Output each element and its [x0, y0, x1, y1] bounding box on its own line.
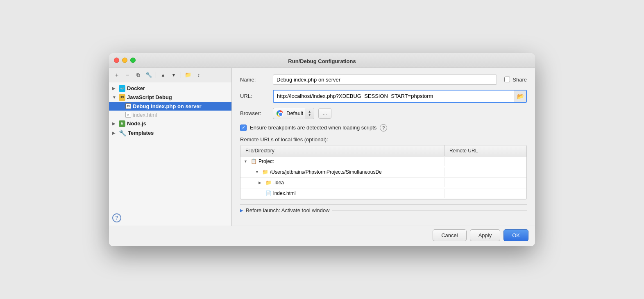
- url-label: URL:: [240, 93, 269, 99]
- name-input[interactable]: [273, 75, 497, 85]
- url-row: URL: 📂: [240, 90, 527, 103]
- users-folder-icon: 📁: [262, 169, 268, 175]
- dialog-title: Run/Debug Configurations: [288, 58, 356, 64]
- add-config-button[interactable]: +: [112, 70, 121, 79]
- before-launch-toggle[interactable]: ▶: [240, 208, 243, 213]
- traffic-lights: [114, 58, 136, 63]
- sort-button[interactable]: ↕: [194, 70, 203, 79]
- remote-urls-title: Remote URLs of local files (optional):: [240, 136, 527, 143]
- debug-config-icon: JS: [125, 103, 131, 109]
- ok-button[interactable]: OK: [503, 229, 528, 241]
- templates-label: Templates: [128, 130, 154, 136]
- url-browse-button[interactable]: 📂: [515, 91, 526, 102]
- before-launch-text: Before launch: Activate tool window: [246, 207, 330, 213]
- title-bar: Run/Debug Configurations: [109, 53, 535, 68]
- browser-spinner[interactable]: ▲ ▼: [305, 108, 314, 119]
- table-cell-index-dir: 📄 index.html: [240, 189, 444, 198]
- table-cell-users-url[interactable]: [444, 170, 526, 174]
- breakpoints-label: Ensure breakpoints are detected when loa…: [250, 125, 376, 131]
- jsdebug-label: JavaScript Debug: [127, 94, 172, 100]
- left-toolbar: + − ⧉ 🔧 ▲ ▼ �: [109, 68, 231, 82]
- table-cell-project-url[interactable]: [444, 160, 526, 163]
- col-remote-url: Remote URL: [444, 145, 526, 156]
- table-cell-idea-dir: ▶ 📁 .idea: [240, 178, 444, 187]
- breakpoints-row: ✓ Ensure breakpoints are detected when l…: [240, 124, 527, 131]
- toolbar-separator-1: [156, 72, 156, 78]
- table-row-index[interactable]: 📄 index.html: [240, 188, 526, 199]
- move-down-button[interactable]: ▼: [169, 70, 178, 79]
- toolbar-separator-2: [181, 72, 181, 78]
- index-html-icon: h: [125, 112, 131, 118]
- browser-name: Default: [286, 110, 305, 116]
- help-button[interactable]: ?: [112, 213, 121, 222]
- maximize-button[interactable]: [130, 58, 136, 63]
- minus-icon: −: [126, 72, 129, 78]
- table-cell-index-url[interactable]: [444, 192, 526, 195]
- wrench-icon: 🔧: [145, 72, 152, 78]
- browser-select[interactable]: Default ▲ ▼: [273, 108, 314, 119]
- wrench-templates-icon: 🔧: [119, 129, 126, 137]
- left-panel-bottom: ?: [109, 210, 231, 226]
- run-debug-dialog: Run/Debug Configurations + − ⧉ 🔧: [109, 53, 535, 246]
- breakpoints-checkbox[interactable]: ✓: [240, 125, 247, 131]
- right-panel: Name: Share URL: 📂 Browser:: [232, 68, 535, 226]
- name-label: Name:: [240, 77, 269, 83]
- name-row: Name: Share: [240, 75, 527, 85]
- idea-label: .idea: [273, 180, 284, 186]
- jsdebug-toggle[interactable]: ▼: [112, 95, 117, 100]
- minimize-button[interactable]: [122, 58, 127, 63]
- docker-toggle[interactable]: ▶: [112, 86, 117, 91]
- browser-label: Browser:: [240, 110, 269, 116]
- apply-button[interactable]: Apply: [470, 229, 501, 241]
- up-arrow-icon: ▲: [161, 72, 166, 77]
- table-row-idea[interactable]: ▶ 📁 .idea: [240, 178, 526, 188]
- browser-more-button[interactable]: ...: [318, 108, 331, 119]
- copy-config-button[interactable]: ⧉: [134, 70, 143, 79]
- table-cell-idea-url[interactable]: [444, 181, 526, 184]
- nodejs-toggle[interactable]: ▶: [112, 121, 117, 126]
- col-file-dir: File/Directory: [240, 145, 444, 156]
- tree-item-debug-config[interactable]: JS Debug index.php on server: [109, 102, 231, 111]
- users-toggle-icon[interactable]: ▼: [255, 170, 260, 174]
- tree-item-nodejs[interactable]: ▶ N Node.js: [109, 119, 231, 128]
- settings-button[interactable]: 🔧: [144, 70, 153, 79]
- browser-row: Browser: Default ▲ ▼ ...: [240, 108, 527, 119]
- move-up-button[interactable]: ▲: [159, 70, 168, 79]
- project-toggle-icon[interactable]: ▼: [244, 159, 249, 163]
- table-body: ▼ 📋 Project ▼ 📁 /Users/jetbrains/Phpstor…: [240, 156, 526, 199]
- table-row-users[interactable]: ▼ 📁 /Users/jetbrains/PhpstormProjects/Si…: [240, 167, 526, 178]
- index-file-icon: 📄: [265, 190, 272, 196]
- templates-toggle[interactable]: ▶: [112, 131, 117, 135]
- tree-item-jsdebug[interactable]: ▼ JS JavaScript Debug: [109, 93, 231, 102]
- url-input-wrap: 📂: [273, 90, 527, 103]
- dialog-footer: Cancel Apply OK: [109, 226, 535, 246]
- browser-icon-wrap: [273, 109, 286, 118]
- url-input[interactable]: [274, 91, 515, 101]
- users-label: /Users/jetbrains/PhpstormProjects/Simult…: [270, 169, 382, 175]
- tree-item-index-html[interactable]: h index.html: [109, 111, 231, 119]
- share-checkbox[interactable]: [504, 77, 510, 82]
- project-folder-icon: 📋: [250, 159, 257, 164]
- sort-icon: ↕: [197, 72, 200, 78]
- table-row-project[interactable]: ▼ 📋 Project: [240, 156, 526, 167]
- spinner-down-icon: ▼: [308, 113, 311, 117]
- remote-urls-table: File/Directory Remote URL ▼ 📋 Project: [240, 145, 527, 199]
- config-tree[interactable]: ▶ 🐳 Docker ▼ JS JavaScript Debug JS Debu: [109, 82, 231, 210]
- cancel-button[interactable]: Cancel: [433, 229, 466, 241]
- idea-toggle-icon[interactable]: ▶: [259, 181, 263, 185]
- idea-folder-icon: 📁: [265, 180, 272, 186]
- nodejs-icon: N: [119, 120, 125, 127]
- dialog-body: + − ⧉ 🔧 ▲ ▼ �: [109, 68, 535, 226]
- share-area: Share: [504, 77, 527, 83]
- index-html-label: index.html: [133, 112, 157, 118]
- tree-item-docker[interactable]: ▶ 🐳 Docker: [109, 84, 231, 93]
- breakpoints-help-icon[interactable]: ?: [380, 124, 387, 131]
- before-launch-line: [332, 210, 527, 211]
- chrome-icon: [277, 110, 283, 117]
- folder-button[interactable]: 📁: [184, 70, 193, 79]
- close-button[interactable]: [114, 58, 119, 63]
- tree-item-templates[interactable]: ▶ 🔧 Templates: [109, 128, 231, 138]
- plus-icon: +: [115, 72, 118, 78]
- jsdebug-icon: JS: [119, 94, 125, 101]
- remove-config-button[interactable]: −: [123, 70, 132, 79]
